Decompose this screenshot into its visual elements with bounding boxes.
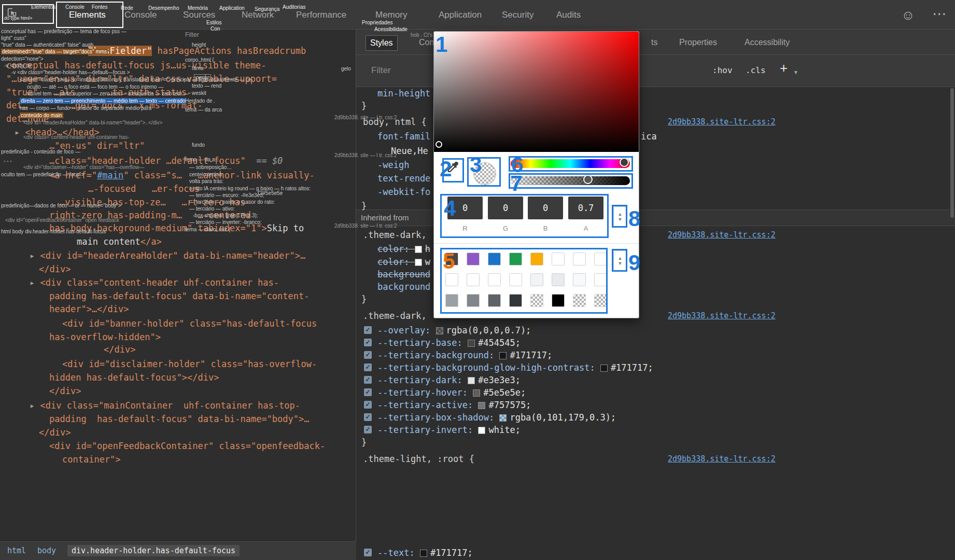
- css-line[interactable]: background: [377, 269, 430, 279]
- color-spectrum[interactable]: [434, 32, 639, 152]
- breadcrumb-item[interactable]: div.header-holder.has-default-focus: [67, 545, 240, 556]
- tab-performance[interactable]: Performance: [296, 10, 346, 20]
- dom-tree-line[interactable]: …-focused …er-focus: [88, 184, 200, 194]
- toggle-cls-button[interactable]: .cls: [746, 65, 766, 75]
- new-style-rule-caret-icon[interactable]: ▼: [793, 69, 798, 75]
- color-swatch[interactable]: [478, 402, 485, 409]
- color-swatch[interactable]: [415, 259, 422, 266]
- color-swatch[interactable]: [468, 340, 475, 347]
- color-swatch[interactable]: [600, 365, 608, 372]
- css-property-checkbox[interactable]: ✓: [364, 376, 372, 384]
- tab-audits[interactable]: Audits: [556, 10, 581, 20]
- dom-tree-line[interactable]: padding has-default-focus" data-bi-name=…: [49, 414, 310, 424]
- color-swatch[interactable]: [473, 389, 480, 397]
- dom-tree-line[interactable]: hidden has-default-focus"></div>: [49, 372, 219, 383]
- css-line[interactable]: font-famil: [377, 131, 430, 142]
- css-source-link[interactable]: 2d9bb338.site-ltr.css:2: [668, 454, 776, 464]
- css-line[interactable]: color: h: [377, 244, 430, 254]
- css-line[interactable]: --text: #171717;: [377, 548, 473, 558]
- css-property-checkbox[interactable]: ✓: [364, 401, 372, 409]
- css-line[interactable]: --tertiary-invert: white;: [377, 425, 521, 435]
- dom-tree-line[interactable]: </div>: [49, 386, 81, 396]
- color-swatch[interactable]: [478, 427, 485, 434]
- color-swatch[interactable]: [468, 377, 475, 384]
- css-line[interactable]: --tertiary-background: #171717;: [377, 350, 552, 360]
- color-swatch[interactable]: [499, 414, 507, 422]
- css-line[interactable]: --tertiary-box-shadow: rgba(0,101,179,0.…: [377, 412, 616, 423]
- dom-tree-line[interactable]: padding has-default-focus" data-bi-name=…: [49, 291, 310, 301]
- color-swatch[interactable]: [436, 327, 443, 334]
- feedback-smiley-icon[interactable]: ☺: [901, 7, 915, 23]
- css-line[interactable]: --tertiary-dark: #e3e3e3;: [377, 375, 521, 385]
- css-source-link[interactable]: 2d9bb338.site-ltr.css:2: [668, 117, 776, 127]
- css-line[interactable]: --tertiary-active: #757575;: [377, 400, 531, 410]
- dom-tree-line[interactable]: ▸ <div class="mainContainer uhf-containe…: [30, 400, 300, 411]
- toggle-hov-button[interactable]: :hov: [712, 65, 733, 75]
- dom-tree-line[interactable]: </div>: [104, 344, 135, 355]
- css-line[interactable]: -webkit-fo: [377, 187, 430, 197]
- tab-memory[interactable]: Memory: [375, 10, 407, 20]
- css-line[interactable]: }: [361, 294, 367, 304]
- tab-console[interactable]: Console: [124, 10, 157, 20]
- css-property-checkbox[interactable]: ✓: [364, 426, 372, 433]
- color-swatch[interactable]: [415, 246, 422, 253]
- css-line[interactable]: .theme-light, :root {: [363, 454, 474, 464]
- tab-styles[interactable]: Styles: [366, 35, 398, 51]
- styles-filter-input[interactable]: Filter: [371, 65, 391, 76]
- css-line[interactable]: }: [361, 201, 367, 211]
- css-line[interactable]: min-height: [377, 88, 430, 99]
- breadcrumb-item[interactable]: html: [7, 546, 26, 555]
- breadcrumb-item[interactable]: body: [37, 546, 56, 555]
- css-line[interactable]: --tertiary-background-glow-high-contrast…: [377, 362, 653, 373]
- color-swatch[interactable]: [499, 352, 507, 359]
- css-line[interactable]: }: [361, 101, 367, 111]
- css-line[interactable]: }: [361, 437, 367, 447]
- dom-tree-line[interactable]: header">…</div>: [49, 304, 129, 314]
- tab-sources[interactable]: Sources: [183, 10, 215, 20]
- css-property-checkbox[interactable]: ✓: [364, 351, 372, 359]
- css-property-checkbox[interactable]: ✓: [364, 339, 372, 346]
- css-property-checkbox[interactable]: ✓: [364, 413, 372, 421]
- dom-tree-line[interactable]: </div>: [39, 427, 71, 438]
- color-swatch[interactable]: [420, 550, 427, 557]
- css-property-checkbox[interactable]: ✓: [364, 363, 372, 371]
- css-property-checkbox[interactable]: ✓: [364, 388, 372, 396]
- dom-tree-line[interactable]: <a href="#main" class="s… …anchor-link v…: [49, 170, 315, 180]
- tab-properties[interactable]: Properties: [675, 35, 721, 50]
- tab-security[interactable]: Security: [502, 10, 533, 20]
- dom-tree-line[interactable]: ▸ <div id="headerAreaHolder" data-bi-nam…: [30, 250, 305, 261]
- scrollbar-thumb[interactable]: [950, 88, 954, 218]
- css-property-checkbox[interactable]: ✓: [364, 326, 372, 334]
- dom-tree-line[interactable]: <div id="banner-holder" class="has-defau…: [62, 318, 317, 329]
- css-line[interactable]: -weigh: [377, 160, 409, 170]
- css-source-link[interactable]: 2d9bb338.site-ltr.css:2: [668, 230, 776, 240]
- css-line[interactable]: .theme-dark,: [363, 230, 427, 240]
- css-line[interactable]: text-rende: [377, 173, 430, 184]
- new-style-rule-button[interactable]: +: [780, 60, 788, 76]
- dom-tree-line[interactable]: has-overflow-hidden">: [49, 332, 161, 342]
- tab-accessibility[interactable]: Accessibility: [740, 35, 794, 50]
- tab-ts[interactable]: ts: [647, 35, 662, 50]
- css-line[interactable]: --tertiary-hover: #5e5e5e;: [377, 387, 526, 398]
- css-line[interactable]: --tertiary-base: #454545;: [377, 338, 521, 348]
- dom-tree-line[interactable]: ▸ <div class="content-header uhf-contain…: [30, 277, 279, 288]
- panel-divider[interactable]: [356, 30, 356, 541]
- css-line[interactable]: background: [377, 282, 430, 292]
- dom-tree-line[interactable]: </div>: [39, 264, 71, 274]
- css-source-link[interactable]: 2d9bb338.site-ltr.css:2: [668, 311, 776, 320]
- css-text: .theme-dark,: [363, 230, 427, 240]
- tab-application[interactable]: Application: [439, 10, 482, 20]
- css-line[interactable]: --overlay: rgba(0,0,0,0.7);: [377, 325, 531, 335]
- inspect-hint-text: do type html>: [4, 16, 32, 21]
- dom-tree-line[interactable]: conceptual has-default-focus js…us-visib…: [6, 60, 266, 71]
- spectrum-indicator[interactable]: [436, 141, 442, 148]
- dom-tree-line[interactable]: <div id="disclaimer-holder" class="has-o…: [62, 359, 317, 369]
- css-line[interactable]: ica: [641, 131, 657, 142]
- css-property-checkbox[interactable]: ✓: [364, 549, 372, 556]
- dom-tree-line[interactable]: main content</a>: [77, 236, 162, 247]
- css-line[interactable]: .theme-dark,: [363, 311, 432, 321]
- css-line[interactable]: color: w: [377, 257, 430, 267]
- dom-tree-line[interactable]: <div id="openFeedbackContainer" class="o…: [49, 441, 325, 451]
- more-menu-icon[interactable]: ⋯: [932, 5, 947, 22]
- dom-tree-line[interactable]: container">: [62, 454, 121, 465]
